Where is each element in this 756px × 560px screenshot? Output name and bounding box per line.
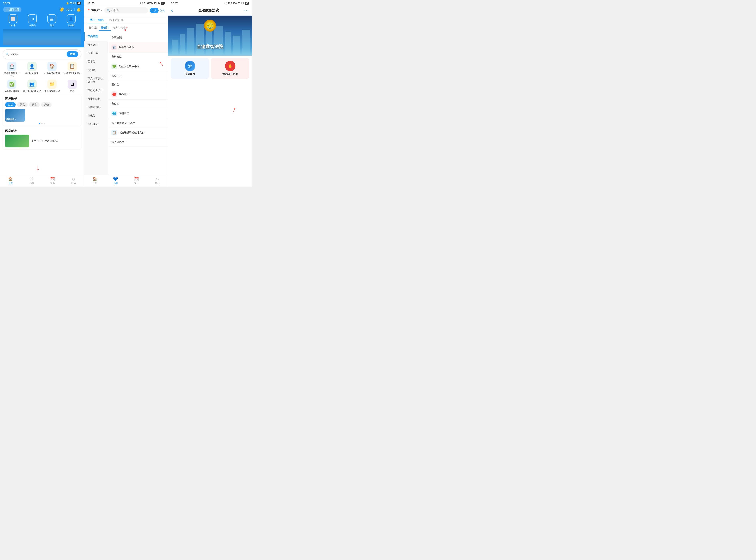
content-youthcomm[interactable]: 团市委 bbox=[108, 80, 168, 89]
content-congress-content[interactable]: 市人大常委会办公厅 bbox=[108, 119, 168, 127]
back-button[interactable]: ↺ 返回市级 bbox=[3, 7, 21, 13]
content-women-content[interactable]: 市妇联 bbox=[108, 100, 168, 108]
back-icon: ↺ bbox=[6, 8, 8, 11]
tab-online[interactable]: 线上一站办 bbox=[87, 17, 106, 24]
yuquickcode-label: 渝快码 bbox=[29, 24, 36, 27]
nav-mine-1[interactable]: ☺ 我的 bbox=[63, 175, 84, 186]
dept-edu[interactable]: 市教委 bbox=[84, 112, 108, 120]
more-dots-btn[interactable]: ··· bbox=[244, 8, 249, 13]
subtab-theme[interactable]: 按主题 bbox=[87, 25, 99, 31]
dept-sci[interactable]: 市科技局 bbox=[84, 120, 108, 128]
scan-icon-item[interactable]: ⬜ 扫一扫 bbox=[8, 14, 17, 27]
procuratorate-name: 市检察院 bbox=[112, 55, 122, 59]
nav-affairs-1[interactable]: ♡ 办事 bbox=[21, 175, 42, 186]
disability-label: 残疾儿童康复一件... bbox=[3, 72, 21, 78]
content-lawreg[interactable]: 📋 市法规规章规范性文件 bbox=[108, 127, 168, 138]
service-disability[interactable]: 🏥 残疾儿童康复一件... bbox=[3, 62, 21, 78]
content-jinguo[interactable]: 🌐 巾帼重庆 bbox=[108, 108, 168, 119]
content-union-content[interactable]: 市总工会 bbox=[108, 72, 168, 80]
service-more[interactable]: ⊞ 更多 bbox=[63, 80, 81, 93]
bottom-nav-2: 🏠 首页 💙 办事 📅 互动 ☺ 我的 bbox=[84, 175, 168, 186]
status-bar-2: 10:23 💬 0.10 KB/s 5G HD 91 bbox=[84, 0, 168, 6]
youthcq-name: 青春重庆 bbox=[119, 93, 129, 96]
rescue-label: 社会救助站查询 bbox=[44, 72, 60, 75]
back-arrow-btn[interactable]: ‹ bbox=[171, 7, 173, 14]
location-button[interactable]: 📍 重庆市 ▼ bbox=[87, 8, 103, 12]
tag-life[interactable]: 生活 bbox=[5, 102, 16, 107]
service-birth[interactable]: 📁 生育服务证登记 bbox=[43, 80, 61, 93]
tag-other[interactable]: 其他 bbox=[41, 102, 52, 107]
dept-women[interactable]: 市妇联 bbox=[84, 66, 108, 74]
personal-button[interactable]: 个人 bbox=[150, 8, 159, 13]
dept-orgdept[interactable]: 市委组织部 bbox=[84, 95, 108, 103]
dept-procuratorate[interactable]: 市检察院 bbox=[84, 41, 108, 49]
district-news-row: 上半年工业投资同比增... bbox=[5, 135, 79, 147]
content-youthcq[interactable]: 🔴 青春重庆 bbox=[108, 89, 168, 100]
bankruptcy-logo: ✋ bbox=[225, 61, 235, 71]
rescue-icon: 🏠 bbox=[47, 62, 57, 71]
dept-youth[interactable]: 团市委 bbox=[84, 57, 108, 66]
status-bar-1: 10:22 🔔 5G HD 91 bbox=[0, 0, 84, 6]
services-grid-area: 🏥 残疾儿童康复一件... 👤 特困人员认定 🏠 社会救助站查询 📋 购买成套住… bbox=[0, 60, 84, 94]
cert-icon-item[interactable]: ▤ 亮证 bbox=[47, 14, 56, 27]
search-input[interactable] bbox=[11, 53, 66, 56]
dept-highcourt[interactable]: 市高法院 bbox=[84, 32, 108, 41]
nav-interact-1[interactable]: 📅 互动 bbox=[42, 175, 63, 186]
dot-2 bbox=[41, 123, 43, 124]
nav-mine-2[interactable]: ☺ 我的 bbox=[147, 175, 168, 186]
dept-union[interactable]: 市总工会 bbox=[84, 49, 108, 57]
dept-congress[interactable]: 市人大常委会办公厅 bbox=[84, 74, 108, 86]
nav-interact-2[interactable]: 📅 互动 bbox=[126, 175, 147, 186]
news-title[interactable]: 潮流南滨 > bbox=[6, 118, 16, 121]
search-bar: 🔍 搜索 bbox=[3, 49, 81, 59]
content-highcourt[interactable]: 市高法院 bbox=[108, 34, 168, 42]
subsistence-icon: 👥 bbox=[27, 80, 37, 89]
nav-home-2[interactable]: 🏠 首页 bbox=[84, 175, 105, 186]
signal-5g: 5G HD bbox=[154, 2, 160, 4]
service-subsistence[interactable]: 👥 城乡低保对象认定 bbox=[23, 80, 41, 93]
dot-3 bbox=[44, 123, 45, 124]
mine-icon-2: ☺ bbox=[155, 177, 159, 181]
arrow-down-1: ↑ bbox=[36, 165, 40, 173]
nav-home-1[interactable]: 🏠 首页 bbox=[0, 175, 21, 186]
service-housing[interactable]: 📋 购买成套住房落户 bbox=[63, 62, 81, 78]
tab-offline[interactable]: 线下就近办 bbox=[106, 17, 126, 24]
service-hardship[interactable]: 👤 特困人员认定 bbox=[23, 62, 41, 78]
service-nocrime[interactable]: ✅ 无犯罪记录证明 bbox=[3, 80, 21, 93]
digitalcourt-icon: 🏛️ bbox=[112, 44, 117, 50]
nocrime-label: 无犯罪记录证明 bbox=[4, 89, 20, 93]
status-bar-3: 10:23 💬 73.3 KB/s 5G HD 90 bbox=[168, 0, 252, 6]
feature-bankruptcy[interactable]: ✋ 渝诉破产协同 bbox=[211, 58, 249, 79]
publicinterest-icon: 💚 bbox=[112, 64, 117, 69]
youthcomm-name: 团市委 bbox=[112, 83, 119, 86]
sun-icon: ☀️ bbox=[59, 7, 65, 12]
tag-food[interactable]: 美食 bbox=[29, 102, 40, 107]
phone1-screen: 10:22 🔔 5G HD 91 ↺ 返回市级 ☀️ 36°C | 🔔 ⬜ 扫一 bbox=[0, 0, 84, 186]
login-link[interactable]: 法人 bbox=[160, 9, 165, 12]
search-button[interactable]: 搜索 bbox=[66, 51, 78, 57]
subtab-dept[interactable]: 按部门 bbox=[99, 25, 111, 31]
svg-rect-3 bbox=[196, 24, 204, 56]
signal-icon: 5G HD bbox=[70, 2, 76, 4]
content-procuratorate[interactable]: 市检察院 bbox=[108, 53, 168, 61]
elder-icon-item[interactable]: 👤 长辈版 bbox=[67, 14, 76, 27]
battery-2: 91 bbox=[161, 2, 165, 5]
tag-scenic[interactable]: 景点 bbox=[17, 102, 27, 107]
feature-quickexec[interactable]: 渝 渝诉快执 bbox=[171, 58, 209, 79]
dept-propdept[interactable]: 市委宣传部 bbox=[84, 103, 108, 112]
search-bar-2[interactable]: 🔍 公积金 bbox=[104, 7, 148, 14]
content-digitalcourt[interactable]: 🏛️ 全渝数智法院 bbox=[108, 42, 168, 53]
content-govoffice-content[interactable]: 市政府办公厅 bbox=[108, 138, 168, 146]
service-rescue[interactable]: 🏠 社会救助站查询 bbox=[43, 62, 61, 78]
nav-affairs-label-1: 办事 bbox=[29, 182, 34, 185]
svg-rect-2 bbox=[187, 27, 194, 56]
phone2-search-row: 📍 重庆市 ▼ 🔍 公积金 个人 法人 bbox=[87, 7, 165, 14]
temp-display: 36°C bbox=[66, 8, 73, 11]
main-tabs-bar: 线上一站办 线下就近办 bbox=[84, 17, 168, 24]
yuquickcode-icon-item[interactable]: ⊞ 渝快码 bbox=[28, 14, 37, 27]
dept-govoffice[interactable]: 市政府办公厅 bbox=[84, 86, 108, 95]
affairs-icon-2: 💙 bbox=[113, 177, 118, 181]
phone3-screen: 10:23 💬 73.3 KB/s 5G HD 90 ‹ 全渝数智法院 ··· bbox=[168, 0, 252, 186]
nav-affairs-2[interactable]: 💙 办事 bbox=[105, 175, 126, 186]
birth-icon: 📁 bbox=[47, 80, 57, 89]
